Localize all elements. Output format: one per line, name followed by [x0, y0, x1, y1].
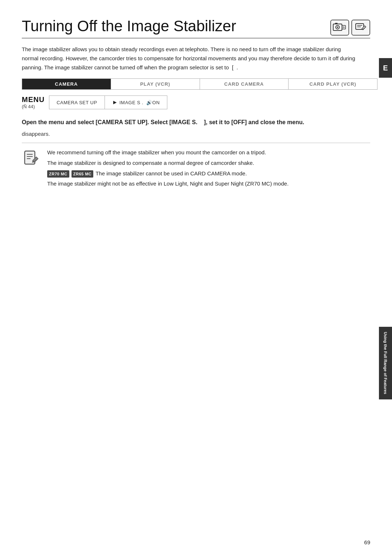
menu-steps: CAMERA SET UP ► IMAGE S . 🔊ON	[49, 95, 167, 109]
menu-word: MENU	[22, 96, 45, 103]
mode-tab-card-camera[interactable]: CARD CAMERA	[200, 79, 289, 89]
title-icons	[330, 20, 370, 36]
note-line-3: ZR70 MC ZR65 MC The image stabilizer can…	[47, 169, 289, 178]
model-badge-zr70mc: ZR70 MC	[47, 170, 69, 178]
svg-point-2	[337, 27, 338, 28]
note-icon	[22, 149, 41, 168]
menu-step-image-s: ► IMAGE S . 🔊ON	[105, 96, 167, 109]
note-line-1: We recommend turning off the image stabi…	[47, 148, 289, 157]
camcorder-icon	[330, 20, 349, 36]
title-row: Turning Off the Image Stabilizer	[22, 17, 370, 36]
menu-page-ref: (Ñ 44)	[22, 104, 35, 109]
mode-selector-bar: CAMERA PLAY (VCR) CARD CAMERA CARD PLAY …	[22, 78, 377, 90]
model-badge-zr65mc: ZR65 MC	[72, 170, 94, 178]
page-title: Turning Off the Image Stabilizer	[22, 17, 236, 35]
mode-tab-play-vcr[interactable]: PLAY (VCR)	[111, 79, 200, 89]
note-content: We recommend turning off the image stabi…	[47, 148, 289, 190]
page-number: 69	[364, 539, 370, 545]
mode-tab-camera[interactable]: CAMERA	[22, 79, 111, 89]
note-line-2: The image stabilizer is designed to comp…	[47, 159, 289, 168]
note-line-4: The image stabilizer might not be as eff…	[47, 179, 289, 188]
menu-row: MENU (Ñ 44) CAMERA SET UP ► IMAGE S . 🔊O…	[22, 95, 370, 109]
svg-rect-5	[335, 23, 338, 24]
section-tab-features: Using the Full Range of Features	[379, 327, 392, 399]
title-divider	[22, 38, 370, 38]
note-block: We recommend turning off the image stabi…	[22, 148, 370, 190]
card-icon	[351, 20, 370, 36]
menu-arrow-icon: ►	[112, 99, 118, 106]
menu-label-block: MENU (Ñ 44)	[22, 96, 45, 109]
main-instruction: Open the menu and select [CAMERA SET UP]…	[22, 118, 334, 127]
section-tab-e: E	[379, 58, 392, 78]
mode-tab-card-play-vcr[interactable]: CARD PLAY (VCR)	[289, 79, 377, 89]
disappears-text: disappears.	[22, 131, 370, 137]
section-divider	[22, 143, 370, 143]
menu-step-camera-setup: CAMERA SET UP	[49, 96, 105, 109]
intro-paragraph: The image stabilizer allows you to obtai…	[22, 45, 356, 72]
